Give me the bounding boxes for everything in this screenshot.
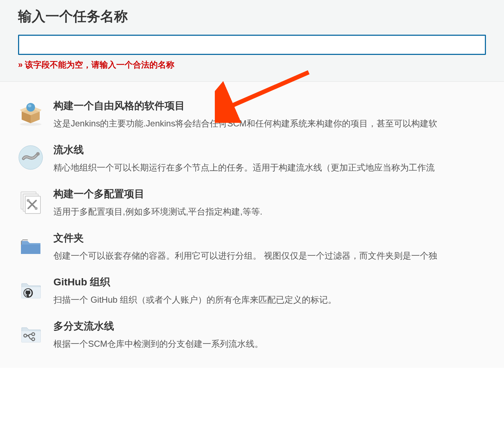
svg-point-2 — [20, 123, 42, 126]
svg-point-6 — [36, 152, 40, 156]
job-type-multibranch-pipeline[interactable]: 多分支流水线 根据一个SCM仓库中检测到的分支创建一系列流水线。 — [18, 313, 486, 357]
job-type-folder[interactable]: 文件夹 创建一个可以嵌套存储的容器。利用它可以进行分组。 视图仅仅是一个过滤器，… — [18, 225, 486, 269]
job-type-multiconfig[interactable]: 构建一个多配置项目 适用于多配置项目,例如多环境测试,平台指定构建,等等. — [18, 181, 486, 225]
job-type-title: 文件夹 — [53, 231, 486, 245]
folder-icon — [18, 233, 43, 258]
job-type-desc: 适用于多配置项目,例如多环境测试,平台指定构建,等等. — [53, 205, 486, 218]
svg-line-1 — [226, 72, 309, 108]
item-name-input[interactable] — [18, 35, 486, 55]
freestyle-project-icon — [18, 101, 43, 126]
multiconfig-icon — [18, 189, 43, 214]
job-type-desc: 根据一个SCM仓库中检测到的分支创建一系列流水线。 — [53, 337, 486, 350]
multibranch-pipeline-icon — [18, 321, 43, 346]
svg-point-12 — [27, 199, 30, 202]
pipeline-icon — [18, 145, 43, 170]
job-type-pipeline[interactable]: 流水线 精心地组织一个可以长期运行在多个节点上的任务。适用于构建流水线（更加正式… — [18, 137, 486, 181]
github-org-icon — [18, 277, 43, 302]
svg-rect-14 — [21, 245, 40, 254]
svg-point-13 — [35, 207, 38, 210]
job-type-list: 构建一个自由风格的软件项目 这是Jenkins的主要功能.Jenkins将会结合… — [0, 82, 504, 368]
job-type-desc: 扫描一个 GitHub 组织（或者个人账户）的所有仓库来匹配已定义的标记。 — [53, 293, 486, 306]
job-type-title: GitHub 组织 — [53, 275, 486, 289]
job-type-title: 多分支流水线 — [53, 319, 486, 333]
svg-point-3 — [26, 103, 35, 112]
job-type-title: 流水线 — [53, 143, 486, 157]
job-type-desc: 创建一个可以嵌套存储的容器。利用它可以进行分组。 视图仅仅是一个过滤器，而文件夹… — [53, 249, 486, 262]
arrow-annotation — [215, 65, 316, 123]
job-type-desc: 精心地组织一个可以长期运行在多个节点上的任务。适用于构建流水线（更加正式地应当称… — [53, 161, 486, 174]
page-title: 输入一个任务名称 — [18, 7, 486, 26]
job-type-github-org[interactable]: GitHub 组织 扫描一个 GitHub 组织（或者个人账户）的所有仓库来匹配… — [18, 269, 486, 313]
job-type-title: 构建一个多配置项目 — [53, 187, 486, 201]
svg-point-4 — [28, 104, 31, 107]
